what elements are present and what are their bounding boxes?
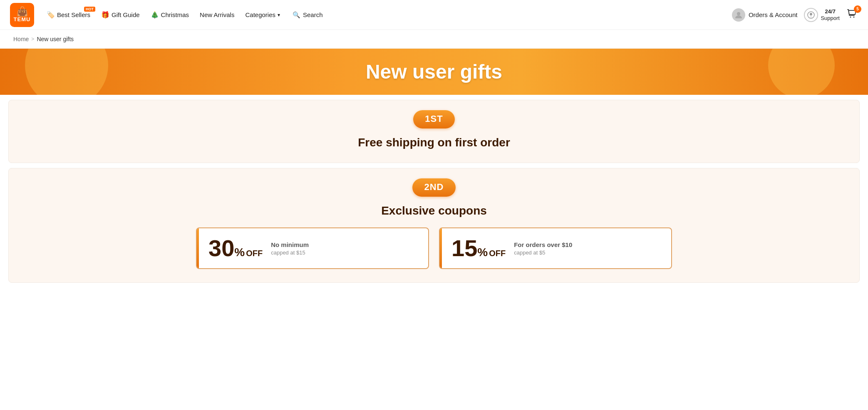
svg-point-4 — [853, 16, 855, 17]
coupon-2-details: For orders over $10 capped at $5 — [514, 241, 572, 256]
coupon-1-percent: % — [234, 247, 245, 258]
support-label: 24/7 — [825, 8, 836, 15]
coupon-card-2[interactable]: 15 % OFF For orders over $10 capped at $… — [439, 227, 672, 269]
nav-item-new-arrivals[interactable]: New Arrivals — [196, 9, 238, 21]
nav-item-best-sellers[interactable]: 🏷️ Best Sellers HOT — [42, 8, 94, 21]
logo-text: 👜 TEMU — [14, 7, 31, 22]
coupon-2-amount: 15 % OFF — [451, 237, 506, 260]
nav-label-categories: Categories — [245, 11, 275, 18]
christmas-icon: 🎄 — [151, 11, 159, 19]
first-order-title: Free shipping on first order — [358, 136, 510, 149]
cart-count-badge: 5 — [854, 5, 861, 13]
breadcrumb-home[interactable]: Home — [13, 36, 29, 42]
nav-item-gift-guide[interactable]: 🎁 Gift Guide — [97, 8, 144, 21]
coupon-1-number: 30 — [208, 237, 234, 260]
gift-icon: 🎁 — [101, 11, 109, 19]
coupon-1-cap: capped at $15 — [271, 249, 309, 256]
second-order-title: Exclusive coupons — [381, 204, 487, 217]
nav-label-christmas: Christmas — [161, 11, 189, 18]
coupon-2-percent: % — [477, 247, 488, 258]
search-label: Search — [303, 11, 323, 18]
svg-point-0 — [737, 12, 740, 15]
page-banner: New user gifts — [0, 49, 868, 95]
search-icon: 🔍 — [293, 11, 300, 19]
coupon-2-number: 15 — [451, 237, 477, 260]
coupon-2-cap: capped at $5 — [514, 249, 572, 256]
first-order-badge: 1ST — [413, 110, 454, 128]
second-order-section: 2ND Exclusive coupons 30 % OFF No minimu… — [8, 168, 860, 283]
coupons-row: 30 % OFF No minimum capped at $15 15 % O… — [22, 227, 846, 269]
nav-right: Orders & Account 24/7 Support — [732, 8, 858, 22]
support-icon — [804, 8, 818, 22]
orders-account-label: Orders & Account — [749, 11, 798, 18]
breadcrumb-separator: > — [31, 36, 34, 42]
coupon-2-condition: For orders over $10 — [514, 241, 572, 248]
nav-label-best-sellers: Best Sellers — [57, 11, 90, 18]
header: 👜 TEMU 🏷️ Best Sellers HOT 🎁 Gift Guide … — [0, 0, 868, 30]
coupon-1-condition: No minimum — [271, 241, 309, 248]
coupon-2-off: OFF — [489, 249, 506, 257]
orders-account-button[interactable]: Orders & Account — [732, 8, 798, 22]
support-button[interactable]: 24/7 Support — [804, 8, 840, 22]
nav-item-search[interactable]: 🔍 Search — [287, 9, 329, 21]
nav-label-new-arrivals: New Arrivals — [200, 11, 234, 18]
first-order-section: 1ST Free shipping on first order — [8, 100, 860, 163]
coupon-card-1[interactable]: 30 % OFF No minimum capped at $15 — [196, 227, 429, 269]
user-avatar-icon — [732, 8, 745, 22]
breadcrumb: Home > New user gifts — [0, 30, 868, 49]
support-sublabel: Support — [821, 15, 840, 22]
hot-badge: HOT — [84, 7, 95, 12]
nav-label-gift-guide: Gift Guide — [112, 11, 140, 18]
cart-button[interactable]: 5 — [846, 8, 858, 22]
banner-title: New user gifts — [0, 60, 868, 83]
chevron-down-icon: ▾ — [278, 12, 280, 18]
best-sellers-icon: 🏷️ — [47, 11, 55, 19]
coupon-1-amount: 30 % OFF — [208, 237, 263, 260]
logo[interactable]: 👜 TEMU — [10, 3, 34, 27]
svg-point-3 — [850, 16, 851, 17]
breadcrumb-current: New user gifts — [37, 36, 74, 42]
nav-item-christmas[interactable]: 🎄 Christmas — [146, 8, 193, 21]
main-nav: 🏷️ Best Sellers HOT 🎁 Gift Guide 🎄 Chris… — [42, 8, 730, 21]
coupon-1-off: OFF — [246, 249, 263, 257]
second-order-badge: 2ND — [412, 178, 455, 197]
coupon-1-details: No minimum capped at $15 — [271, 241, 309, 256]
svg-point-2 — [811, 17, 812, 17]
nav-item-categories[interactable]: Categories ▾ — [241, 9, 284, 21]
